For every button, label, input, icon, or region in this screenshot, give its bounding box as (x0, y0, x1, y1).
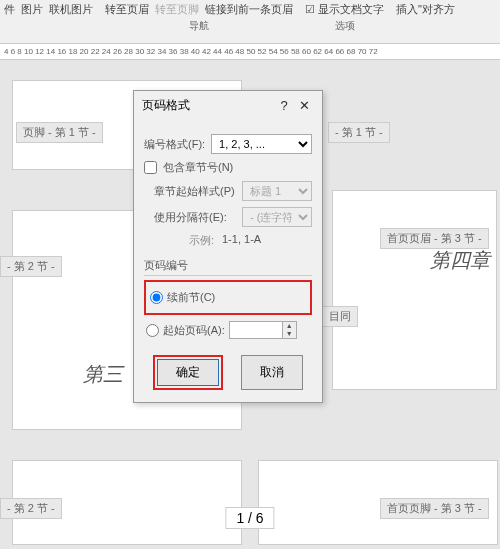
ribbon: 件 图片 联机图片 转至页眉 转至页脚 链接到前一条页眉 导航 ☑ 显示文档文字… (0, 0, 500, 44)
chapter-4-text: 第四章 (430, 247, 490, 274)
page-number-format-dialog: 页码格式 ? ✕ 编号格式(F): 1, 2, 3, ... 包含章节号(N) … (133, 90, 323, 403)
ribbon-group-insert: 件 图片 联机图片 (4, 2, 93, 41)
number-format-label: 编号格式(F): (144, 137, 205, 152)
start-at-spinner[interactable]: ▲▼ (229, 321, 297, 339)
sample-value: 1-1, 1-A (222, 233, 261, 248)
ribbon-item-file[interactable]: 件 (4, 2, 15, 17)
footer-section1-tag-right: - 第 1 节 - (328, 122, 390, 143)
page-number-display: 1 / 6 (225, 507, 274, 529)
cancel-button[interactable]: 取消 (241, 355, 303, 390)
ribbon-item-picture[interactable]: 图片 (21, 2, 43, 17)
spinner-down[interactable]: ▼ (282, 330, 296, 338)
separator-label: 使用分隔符(E): (154, 210, 236, 225)
options-group-label: 选项 (335, 19, 355, 33)
first-footer-section3-tag: 首页页脚 - 第 3 节 - (380, 498, 489, 519)
chapter-3-text: 第三 (83, 361, 123, 388)
start-at-label: 起始页码(A): (163, 323, 225, 338)
dialog-title-text: 页码格式 (142, 97, 274, 114)
section2-tag-a: - 第 2 节 - (0, 256, 62, 277)
checkbox-show-doc-text[interactable]: ☑ 显示文档文字 (305, 2, 384, 17)
dialog-titlebar: 页码格式 ? ✕ (134, 91, 322, 120)
include-chapter-checkbox[interactable] (144, 161, 157, 174)
footer-section1-tag: 页脚 - 第 1 节 - (16, 122, 103, 143)
dialog-help-button[interactable]: ? (274, 98, 294, 113)
horizontal-ruler: 4 6 8 10 12 14 16 18 20 22 24 26 28 30 3… (0, 44, 500, 60)
spinner-up[interactable]: ▲ (282, 322, 296, 330)
insert-align-tab[interactable]: 插入"对齐方 (396, 2, 455, 17)
number-format-select[interactable]: 1, 2, 3, ... (211, 134, 312, 154)
ribbon-group-options: ☑ 显示文档文字 选项 (305, 2, 384, 41)
continue-previous-radio[interactable] (150, 291, 163, 304)
first-header-section3-tag: 首页页眉 - 第 3 节 - (380, 228, 489, 249)
separator-select: - (连字符) (242, 207, 312, 227)
ok-button[interactable]: 确定 (157, 359, 219, 386)
start-at-radio[interactable] (146, 324, 159, 337)
ok-highlight: 确定 (153, 355, 223, 390)
ribbon-group-nav: 转至页眉 转至页脚 链接到前一条页眉 导航 (105, 2, 293, 41)
same-as-prev-tag: 目同 (322, 306, 358, 327)
link-to-previous[interactable]: 链接到前一条页眉 (205, 2, 293, 17)
dialog-close-button[interactable]: ✕ (294, 98, 314, 113)
start-at-input[interactable] (230, 322, 282, 338)
watermark: 知乎 @等风来 (423, 528, 492, 543)
section2-tag-b: - 第 2 节 - (0, 498, 62, 519)
goto-footer[interactable]: 转至页脚 (155, 2, 199, 17)
continue-previous-label: 续前节(C) (167, 290, 215, 305)
continue-option-highlight: 续前节(C) (144, 280, 312, 315)
page-numbering-header: 页码编号 (144, 258, 312, 276)
ribbon-group-insert-align: 插入"对齐方 (396, 2, 455, 41)
nav-group-label: 导航 (189, 19, 209, 33)
goto-header[interactable]: 转至页眉 (105, 2, 149, 17)
chapter-style-select: 标题 1 (242, 181, 312, 201)
ribbon-item-online-picture[interactable]: 联机图片 (49, 2, 93, 17)
page-fragment-right: 第四章 (332, 190, 497, 390)
chapter-style-label: 章节起始样式(P) (154, 184, 236, 199)
sample-label: 示例: (144, 233, 214, 248)
include-chapter-label: 包含章节号(N) (163, 160, 233, 175)
